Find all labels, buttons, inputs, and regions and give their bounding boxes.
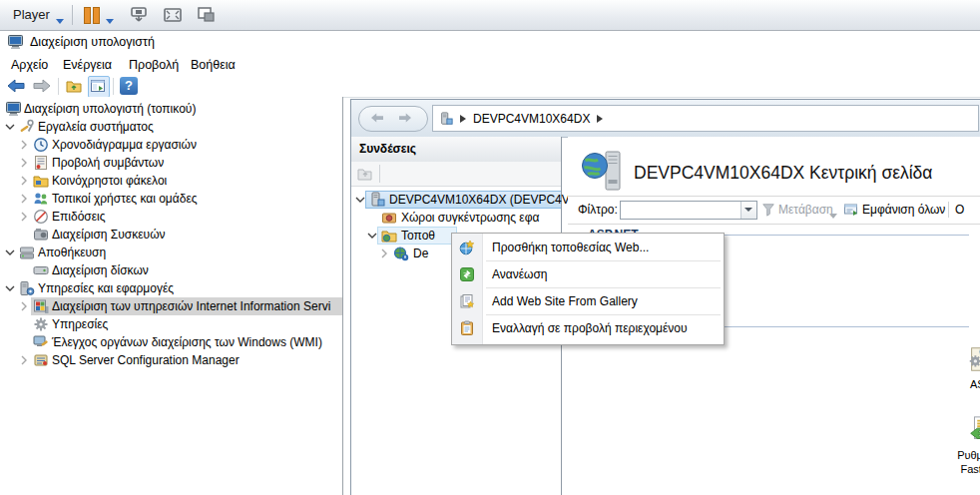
chevron-closed-icon[interactable] [19,355,29,365]
menu-file[interactable]: Αρχείο [11,58,48,72]
player-dropdown-icon[interactable] [56,13,64,27]
chevron-closed-icon[interactable] [19,194,29,204]
pause-dropdown-icon[interactable] [106,13,114,27]
shared-folder-icon [33,173,49,189]
back-icon[interactable] [369,112,385,124]
tree-item-task-scheduler[interactable]: Χρονοδιάγραμμα εργασιών [0,136,342,154]
filter-funnel-icon [761,203,775,217]
window-title: Διαχείριση υπολογιστή [30,35,155,49]
feature-asp[interactable]: ASP [939,339,980,391]
menu-action[interactable]: Ενέργεια [63,58,112,72]
iis-icon [33,298,49,314]
connection-item-server[interactable]: DEVPC4VM10X64DX (DEVPC4V [351,191,561,209]
add-website-icon [459,240,475,255]
menu-view[interactable]: Προβολή [129,58,179,72]
forward-icon[interactable] [397,112,413,124]
export-list-icon[interactable] [66,78,82,94]
tree-item-disk-management[interactable]: Διαχείριση δίσκων [0,261,342,279]
menu-help[interactable]: Βοήθεια [191,58,236,72]
menu-bar: Αρχείο Ενέργεια Προβολή Βοήθεια [0,54,980,76]
unity-mode-icon[interactable] [128,6,150,24]
connections-toolbar [351,162,561,187]
tree-item-wmi-control[interactable]: Έλεγχος οργάνων διαχείρισης των Windows … [0,333,342,351]
chevron-closed-icon[interactable] [19,212,29,222]
window-titlebar: Διαχείριση υπολογιστή [0,31,980,54]
filter-input[interactable] [620,201,757,220]
computer-icon [6,101,22,117]
connection-item-app-pools[interactable]: Χώροι συγκέντρωσης εφα [351,209,561,227]
chevron-open-icon[interactable] [5,283,15,293]
vmware-toolbar: Player [0,0,980,31]
tree-item-iis-manager[interactable]: Διαχείριση των υπηρεσιών Internet Inform… [0,297,342,315]
chevron-down-icon [744,208,752,212]
tree-item-local-users-groups[interactable]: Τοπικοί χρήστες και ομάδες [0,190,342,208]
chevron-closed-icon[interactable] [19,158,29,168]
nav-buttons [358,106,428,132]
switch-windows-icon[interactable] [196,6,218,24]
website-icon [393,246,409,261]
feature-fastcgi-settings[interactable]: Ρυθμίσεις FastCGI [939,410,980,476]
group-by-label-clipped[interactable]: Ο [955,203,964,217]
chevron-closed-icon[interactable] [379,248,389,258]
tree-item-event-viewer[interactable]: Προβολή συμβάντων [0,154,342,172]
services-apps-icon [19,280,35,296]
chevron-closed-icon[interactable] [19,176,29,186]
menu-item-refresh[interactable]: Ανανέωση [452,261,724,287]
filter-label: Φίλτρο: [578,203,618,217]
save-connection-icon[interactable] [357,166,373,182]
pause-icon[interactable] [93,7,100,24]
tree-item-storage[interactable]: Αποθήκευση [0,244,342,261]
go-dropdown-icon[interactable] [829,208,837,222]
console-tree-icon [90,78,106,94]
menu-item-add-from-gallery[interactable]: Add Web Site From Gallery [452,288,724,314]
breadcrumb-server[interactable]: DEVPC4VM10X64DX [473,112,590,126]
computer-management-app-icon [8,34,24,50]
filter-toolbar: Φίλτρο: Μετάβαση Εμφάνιση όλων Ο [568,196,980,225]
tree-item-sql-config-manager[interactable]: SQL Server Configuration Manager [0,351,342,369]
back-icon[interactable] [6,78,26,94]
console-tree-panel: Διαχείριση υπολογιστή (τοπικού) Εργαλεία… [0,97,343,495]
screen: { "colors": { "selection_blue": "#c2ddf3… [0,0,980,495]
forward-icon[interactable] [32,78,52,94]
menu-item-switch-content-view[interactable]: Εναλλαγή σε προβολή περιεχομένου [452,315,724,341]
fullscreen-icon[interactable] [162,6,184,24]
tree-item-system-tools[interactable]: Εργαλεία συστήματος [0,118,342,136]
chevron-closed-icon[interactable] [19,301,29,311]
toolbar-divider [58,78,59,95]
chevron-open-icon[interactable] [5,122,15,132]
toolbar-divider [113,78,114,95]
show-all-button[interactable]: Εμφάνιση όλων [862,203,945,217]
connections-header: Συνδέσεις [351,137,561,163]
refresh-icon [459,266,475,282]
gear-icon [33,316,49,332]
tree-item-device-manager[interactable]: Διαχείριση Συσκευών [0,226,342,244]
menu-item-add-website[interactable]: Προσθήκη τοποθεσίας Web... [452,235,724,260]
chevron-open-icon[interactable] [367,231,377,241]
server-icon [439,112,453,126]
gallery-icon [459,293,475,309]
show-all-icon [843,202,859,218]
vmware-player-menu[interactable]: Player [13,7,50,22]
tree-item-services-applications[interactable]: Υπηρεσίες και εφαρμογές [0,279,342,297]
tree-item-performance[interactable]: Επιδόσεις [0,208,342,226]
breadcrumb[interactable]: DEVPC4VM10X64DX [432,105,979,132]
chevron-closed-icon[interactable] [19,140,29,150]
sites-folder-icon [381,228,397,244]
iis-address-bar: DEVPC4VM10X64DX [351,100,980,138]
tree-item-shared-folders[interactable]: Κοινόχρηστοι φάκελοι [0,172,342,190]
go-button[interactable]: Μετάβαση [778,203,833,217]
breadcrumb-arrow-icon [460,115,466,123]
chevron-open-icon[interactable] [355,195,365,205]
tree-item-computer-management[interactable]: Διαχείριση υπολογιστή (τοπικού) [0,100,342,118]
tools-icon [19,119,35,135]
combo-dropdown-button[interactable] [740,202,756,219]
pause-icon[interactable] [84,7,91,24]
users-icon [33,191,49,207]
help-icon[interactable]: ? [120,77,138,95]
chevron-open-icon[interactable] [5,248,15,257]
show-console-tree-button[interactable] [88,76,110,98]
tree-item-services[interactable]: Υπηρεσίες [0,315,342,333]
toolbar-divider [948,202,949,218]
application-pools-icon [381,210,397,226]
content-view-icon [459,320,475,336]
